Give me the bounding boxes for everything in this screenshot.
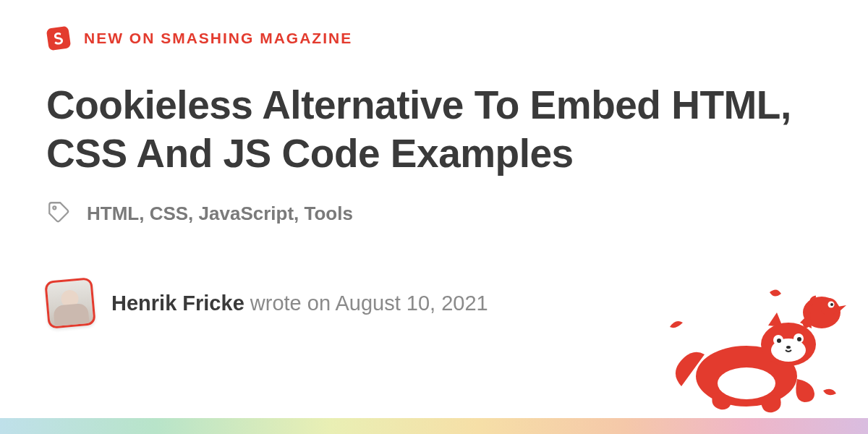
- tags-row: HTML, CSS, JavaScript, Tools: [46, 200, 822, 227]
- author-name: Henrik Fricke: [111, 292, 244, 315]
- svg-point-7: [718, 367, 775, 399]
- smashing-logo-icon: [46, 26, 71, 51]
- byline-text: Henrik Fricke wrote on August 10, 2021: [111, 292, 488, 315]
- kicker-row: NEW ON SMASHING MAGAZINE: [46, 26, 822, 51]
- kicker-text: NEW ON SMASHING MAGAZINE: [84, 30, 352, 47]
- svg-point-14: [786, 346, 791, 349]
- svg-point-5: [830, 303, 833, 306]
- svg-point-12: [777, 339, 781, 343]
- publish-date: August 10, 2021: [336, 292, 488, 315]
- author-avatar: [44, 277, 96, 329]
- byline-middle: wrote on: [244, 292, 336, 315]
- tags-text: HTML, CSS, JavaScript, Tools: [87, 203, 353, 225]
- smashing-cat-mascot-icon: [655, 284, 851, 421]
- article-title: Cookieless Alternative To Embed HTML, CS…: [46, 81, 822, 178]
- tag-icon: [46, 200, 71, 227]
- svg-point-1: [53, 207, 56, 210]
- rainbow-footer-bar: [0, 418, 868, 434]
- svg-point-13: [797, 337, 801, 341]
